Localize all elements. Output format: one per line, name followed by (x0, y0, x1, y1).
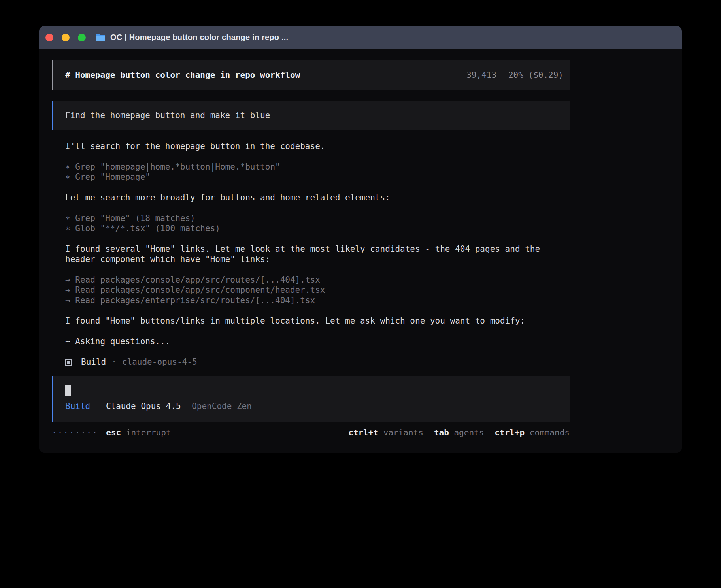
tool-call-line: → Read packages/enterprise/src/routes/[.… (52, 295, 570, 305)
traffic-lights (45, 34, 86, 41)
assistant-text-line: Let me search more broadly for buttons a… (52, 192, 570, 203)
blank-line (52, 203, 570, 213)
close-button[interactable] (45, 34, 53, 41)
tool-call-text: Glob "**/*.tsx" (100 matches) (75, 224, 220, 233)
tool-bullet-icon: ∗ (65, 162, 75, 172)
hint-key: esc (106, 428, 121, 437)
tool-call-line: → Read packages/console/app/src/routes/[… (52, 275, 570, 285)
spinner-dots: ········ (52, 428, 98, 438)
window-title: OC | Homepage button color change in rep… (110, 33, 288, 42)
hint-label: interrupt (126, 428, 171, 437)
tool-call-line: ∗ Grep "Homepage" (52, 172, 570, 182)
mode-label[interactable]: Build (65, 401, 90, 411)
assistant-text-line: I found "Home" buttons/links in multiple… (52, 316, 570, 326)
blank-line (52, 264, 570, 275)
hint-ctrl-t: ctrl+t variants (348, 428, 423, 438)
context-usage: 20% ($0.29) (508, 70, 563, 80)
hint-esc: esc interrupt (106, 428, 171, 438)
blank-line (52, 151, 570, 162)
desktop-background: OC | Homepage button color change in rep… (0, 0, 721, 588)
zoom-button[interactable] (78, 34, 86, 41)
assistant-text-line: ~ Asking questions... (52, 336, 570, 347)
user-message: Find the homepage button and make it blu… (52, 101, 570, 130)
status-left: ········ esc interrupt (52, 428, 171, 438)
agent-status: Build · claude-opus-4-5 (52, 357, 570, 367)
provider-label: OpenCode Zen (192, 401, 252, 411)
read-arrow-icon: → (65, 275, 75, 285)
agent-name: Build (81, 357, 106, 367)
read-arrow-icon: → (65, 285, 75, 295)
titlebar[interactable]: OC | Homepage button color change in rep… (39, 26, 682, 49)
agent-model: claude-opus-4-5 (122, 357, 197, 367)
hint-ctrl-p: ctrl+p commands (495, 428, 570, 438)
assistant-text-line: I'll search for the homepage button in t… (52, 141, 570, 151)
tool-call-text: Read packages/console/app/src/component/… (75, 285, 325, 295)
blank-line (52, 234, 570, 244)
session-title: # Homepage button color change in repo w… (65, 70, 300, 80)
blank-line (52, 326, 570, 336)
text-cursor (65, 385, 71, 396)
folder-icon (95, 33, 106, 42)
token-count: 39,413 (466, 70, 496, 80)
tool-call-text: Read packages/enterprise/src/routes/[...… (75, 296, 315, 305)
tool-call-text: Grep "Home" (18 matches) (75, 213, 195, 223)
tool-call-line: ∗ Grep "homepage|home.*button|Home.*butt… (52, 162, 570, 172)
tool-call-line: ∗ Glob "**/*.tsx" (100 matches) (52, 223, 570, 234)
square-dot-icon (65, 359, 72, 366)
input-meta: Build Claude Opus 4.5 OpenCode Zen (65, 401, 563, 411)
terminal-content[interactable]: # Homepage button color change in repo w… (39, 49, 682, 453)
model-label[interactable]: Claude Opus 4.5 (106, 401, 181, 411)
session-header: # Homepage button color change in repo w… (52, 60, 570, 90)
status-bar: ········ esc interrupt ctrl+t variantsta… (52, 428, 570, 438)
assistant-text-line: I found several "Home" links. Let me loo… (52, 244, 570, 264)
tool-bullet-icon: ∗ (65, 224, 75, 233)
terminal-window: OC | Homepage button color change in rep… (39, 26, 682, 453)
tool-bullet-icon: ∗ (65, 172, 75, 182)
status-right: ctrl+t variantstab agentsctrl+p commands (348, 428, 570, 438)
blank-line (52, 305, 570, 316)
hint-tab: tab agents (434, 428, 484, 438)
tool-bullet-icon: ∗ (65, 213, 75, 223)
tool-call-line: ∗ Grep "Home" (18 matches) (52, 213, 570, 223)
blank-line (52, 347, 570, 357)
minimize-button[interactable] (62, 34, 70, 41)
prompt-input[interactable]: Build Claude Opus 4.5 OpenCode Zen (52, 376, 570, 422)
session-meta: 39,413 20% ($0.29) (466, 70, 563, 80)
tool-call-text: Grep "Homepage" (75, 172, 150, 182)
tool-call-text: Read packages/console/app/src/routes/[..… (75, 275, 320, 285)
agent-separator: · (111, 357, 117, 367)
user-message-text: Find the homepage button and make it blu… (65, 110, 270, 121)
conversation: I'll search for the homepage button in t… (52, 141, 570, 357)
tool-call-line: → Read packages/console/app/src/componen… (52, 285, 570, 295)
blank-line (52, 182, 570, 192)
read-arrow-icon: → (65, 296, 75, 305)
tool-call-text: Grep "homepage|home.*button|Home.*button… (75, 162, 280, 172)
